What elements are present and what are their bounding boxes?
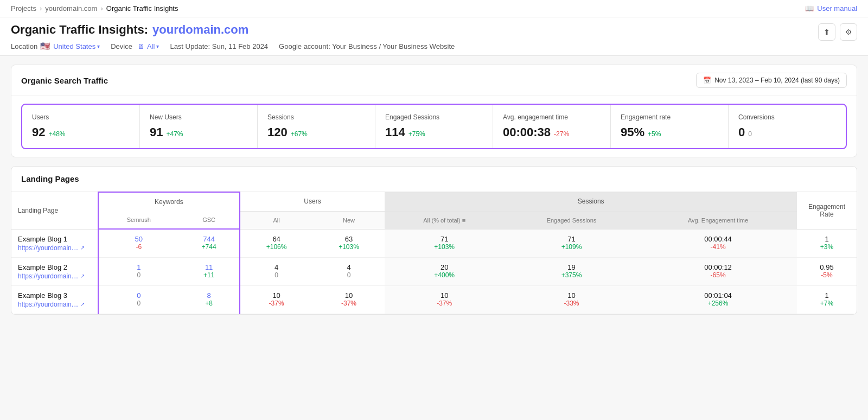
breadcrumb-projects[interactable]: Projects bbox=[11, 4, 36, 12]
calendar-icon: 📅 bbox=[703, 77, 711, 84]
td-semrush-0: 50 -6 bbox=[98, 229, 179, 257]
table-row: Example Blog 2 https://yourdomain.... ↗ … bbox=[11, 257, 857, 285]
section-header: Organic Search Traffic 📅 Nov 13, 2023 – … bbox=[11, 65, 857, 96]
metric-cell-4: Avg. engagement time 00:00:38 -27% bbox=[493, 105, 611, 148]
td-engagement-rate-0: 1 +3% bbox=[797, 229, 857, 257]
breadcrumb-sep2: › bbox=[100, 4, 103, 12]
table-row: Example Blog 1 https://yourdomain.... ↗ … bbox=[11, 229, 857, 257]
main-content: Organic Search Traffic 📅 Nov 13, 2023 – … bbox=[0, 56, 868, 332]
page-header: Organic Traffic Insights: yourdomain.com… bbox=[0, 17, 868, 56]
td-landing-page-0: Example Blog 1 https://yourdomain.... ↗ bbox=[11, 229, 98, 257]
user-manual-link[interactable]: 📖 User manual bbox=[805, 4, 857, 12]
th-keywords: Keywords bbox=[98, 192, 240, 211]
th-sessions: Sessions bbox=[385, 192, 797, 211]
td-engaged-sessions-2: 10 -33% bbox=[504, 285, 639, 314]
landing-pages-table: Landing Page Keywords Users Sessions Eng bbox=[11, 192, 857, 314]
th-users-all: All bbox=[240, 211, 313, 229]
th-avg-engagement: Avg. Engagement time bbox=[639, 211, 797, 229]
last-update-item: Last Update: Sun, 11 Feb 2024 bbox=[170, 42, 268, 50]
td-sessions-all-1: 20 +400% bbox=[385, 257, 503, 285]
filter-icon[interactable]: ≡ bbox=[462, 217, 465, 224]
landing-pages-section: Landing Pages Landing Page Keywords User… bbox=[11, 166, 857, 315]
td-engaged-sessions-1: 19 +375% bbox=[504, 257, 639, 285]
section-title: Organic Search Traffic bbox=[21, 76, 108, 85]
location-item: Location 🇺🇸 United States ▾ bbox=[11, 41, 100, 51]
page-title: Organic Traffic Insights: yourdomain.com bbox=[11, 23, 248, 37]
flag-icon: 🇺🇸 bbox=[40, 41, 50, 51]
chevron-down-icon: ▾ bbox=[97, 43, 100, 49]
td-sessions-all-2: 10 -37% bbox=[385, 285, 503, 314]
table-body: Example Blog 1 https://yourdomain.... ↗ … bbox=[11, 229, 857, 314]
td-sessions-all-0: 71 +103% bbox=[385, 229, 503, 257]
location-dropdown[interactable]: United States ▾ bbox=[53, 42, 100, 50]
th-sessions-all: All (% of total) ≡ bbox=[385, 211, 503, 229]
device-label: Device bbox=[111, 42, 132, 50]
td-gsc-0: 744 +744 bbox=[179, 229, 240, 257]
td-landing-page-1: Example Blog 2 https://yourdomain.... ↗ bbox=[11, 257, 98, 285]
td-semrush-2: 0 0 bbox=[98, 285, 179, 314]
td-users-all-2: 10 -37% bbox=[240, 285, 313, 314]
breadcrumb-current: Organic Traffic Insights bbox=[106, 4, 178, 12]
td-gsc-1: 11 +11 bbox=[179, 257, 240, 285]
metric-cell-3: Engaged Sessions 114 +75% bbox=[375, 105, 493, 148]
breadcrumb-domain[interactable]: yourdomain.com bbox=[45, 4, 97, 12]
device-item: Device 🖥 All ▾ bbox=[111, 42, 159, 50]
top-bar: Projects › yourdomain.com › Organic Traf… bbox=[0, 0, 868, 17]
th-gsc: GSC bbox=[179, 211, 240, 229]
td-engagement-rate-1: 0.95 -5% bbox=[797, 257, 857, 285]
td-avg-engagement-2: 00:01:04 +256% bbox=[639, 285, 797, 314]
settings-button[interactable]: ⚙ bbox=[840, 23, 857, 41]
td-semrush-1: 1 0 bbox=[98, 257, 179, 285]
td-users-new-1: 4 0 bbox=[313, 257, 385, 285]
table-row: Example Blog 3 https://yourdomain.... ↗ … bbox=[11, 285, 857, 314]
td-engagement-rate-2: 1 +7% bbox=[797, 285, 857, 314]
th-semrush: Semrush bbox=[98, 211, 179, 229]
google-account-item: Google account: Your Business / Your Bus… bbox=[279, 42, 455, 50]
date-range-button[interactable]: 📅 Nov 13, 2023 – Feb 10, 2024 (last 90 d… bbox=[696, 73, 847, 88]
th-engagement-rate: Engagement Rate bbox=[797, 192, 857, 229]
device-dropdown[interactable]: All ▾ bbox=[147, 42, 159, 50]
table-wrap: Landing Page Keywords Users Sessions Eng bbox=[11, 192, 857, 314]
td-gsc-2: 8 +8 bbox=[179, 285, 240, 314]
export-button[interactable]: ⬆ bbox=[818, 23, 835, 41]
th-engaged-sessions: Engaged Sessions bbox=[504, 211, 639, 229]
td-avg-engagement-0: 00:00:44 -41% bbox=[639, 229, 797, 257]
th-users-new: New bbox=[313, 211, 385, 229]
metric-cell-1: New Users 91 +47% bbox=[140, 105, 258, 148]
td-users-all-0: 64 +106% bbox=[240, 229, 313, 257]
metric-cell-0: Users 92 +48% bbox=[22, 105, 140, 148]
metric-cell-5: Engagement rate 95% +5% bbox=[611, 105, 729, 148]
table-header-top: Landing Page Keywords Users Sessions Eng bbox=[11, 192, 857, 211]
td-avg-engagement-1: 00:00:12 -65% bbox=[639, 257, 797, 285]
chevron-down-icon2: ▾ bbox=[156, 43, 159, 49]
device-icon: 🖥 bbox=[137, 42, 144, 50]
meta-row: Location 🇺🇸 United States ▾ Device 🖥 All… bbox=[11, 41, 857, 51]
td-users-new-2: 10 -37% bbox=[313, 285, 385, 314]
breadcrumb-sep1: › bbox=[40, 4, 42, 12]
metric-cell-2: Sessions 120 +67% bbox=[258, 105, 375, 148]
organic-traffic-section: Organic Search Traffic 📅 Nov 13, 2023 – … bbox=[11, 65, 857, 157]
location-label: Location bbox=[11, 42, 37, 50]
landing-pages-title: Landing Pages bbox=[11, 167, 857, 192]
td-landing-page-2: Example Blog 3 https://yourdomain.... ↗ bbox=[11, 285, 98, 314]
metrics-row: Users 92 +48% New Users 91 +47% Sessions… bbox=[21, 104, 847, 149]
title-actions: ⬆ ⚙ bbox=[818, 23, 857, 41]
td-users-new-0: 63 +103% bbox=[313, 229, 385, 257]
td-users-all-1: 4 0 bbox=[240, 257, 313, 285]
th-users: Users bbox=[240, 192, 385, 211]
table-header-sub: Semrush GSC All New All (% of total) bbox=[11, 211, 857, 229]
metric-cell-6: Conversions 0 0 bbox=[729, 105, 846, 148]
breadcrumb: Projects › yourdomain.com › Organic Traf… bbox=[11, 4, 178, 12]
td-engaged-sessions-0: 71 +109% bbox=[504, 229, 639, 257]
book-icon: 📖 bbox=[805, 4, 814, 12]
th-landing-page: Landing Page bbox=[11, 192, 98, 229]
